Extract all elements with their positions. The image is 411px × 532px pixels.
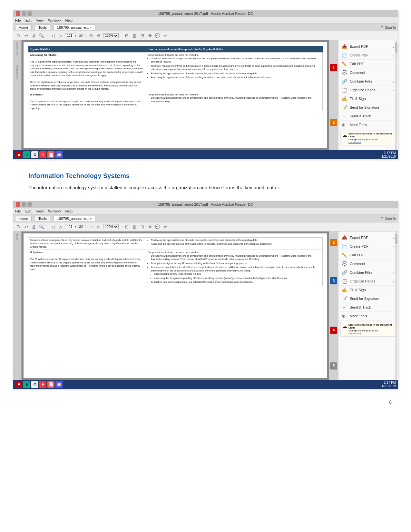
tab-home-2[interactable]: Home [15,216,32,221]
pen-icon-2[interactable]: ✏ [162,223,169,230]
menu-help[interactable]: Help [65,18,73,22]
next-icon-2[interactable]: ▷ [57,223,64,230]
fit-page-icon-2[interactable]: ⊞ [123,223,130,230]
pan-icon[interactable]: ✥ [147,33,153,39]
maximize-btn[interactable]: □ [27,11,32,16]
rp-create-pdf[interactable]: 📄 Create PDF ∨ [338,51,398,60]
rp-comment[interactable]: 💬 Comment [338,68,398,77]
select-icon[interactable]: 💬 [154,33,161,39]
menu-edit-2[interactable]: Edit [25,209,32,213]
rp-send-signature[interactable]: 📝 Send for Signature [338,103,398,112]
tab-tools[interactable]: Tools [35,25,50,30]
pan-icon-2[interactable]: ✥ [147,223,153,230]
rp-more-tools-2[interactable]: ⊕ More Tools [338,312,398,320]
tab-doc-2[interactable]: 188795_annual-re... × [54,216,95,221]
print-icon[interactable]: 🖨 [31,33,37,39]
new-file-icon-2[interactable]: 🗋 [15,223,22,230]
page-input-2[interactable] [65,224,74,229]
zoom-out-icon-2[interactable]: ⊖ [88,223,94,230]
ie-btn-2[interactable]: e [23,381,30,388]
rp-send-track[interactable]: → Send & Track [338,112,398,121]
start-btn[interactable]: ■ [15,151,22,158]
rp-export-pdf-2[interactable]: 📤 Export PDF ∨ [338,233,398,242]
fit-page-icon[interactable]: ⊞ [123,33,130,39]
menu-window-2[interactable]: Window [48,209,61,213]
rp-edit-pdf[interactable]: ✏️ Edit PDF [338,60,398,68]
pdf-btn[interactable]: 📄 [47,151,54,158]
pdf-btn-2[interactable]: 📄 [47,381,54,388]
start-btn-2[interactable]: ■ [15,381,22,388]
rp-organize[interactable]: 📋 Organize Pages ∨ [338,86,398,94]
ie-btn[interactable]: e [23,151,30,158]
rotate-icon[interactable]: ⊟ [139,33,145,39]
maximize-btn-2[interactable]: □ [27,202,32,207]
close-btn[interactable]: × [16,11,20,16]
rp-more-tools[interactable]: ⊕ More Tools [338,121,398,129]
chrome-btn-2[interactable]: ⚙ [31,381,38,388]
menu-view-2[interactable]: View [36,209,44,213]
back-icon-2[interactable]: ↩ [23,223,29,230]
fit-width-icon-2[interactable]: ▥ [131,223,138,230]
select-icon-2[interactable]: 💬 [154,223,161,230]
tab-doc[interactable]: 188795_annual-re... × [54,25,95,30]
menu-file-2[interactable]: File [15,209,21,213]
tab-help-2[interactable]: ? [381,216,383,220]
explorer-btn-2[interactable]: 📁 [55,381,63,388]
menu-edit[interactable]: Edit [25,18,32,22]
rp-fill-sign-2[interactable]: ✍️ Fill & Sign [338,286,398,294]
explorer-btn[interactable]: 📁 [55,151,63,158]
zoom-in-icon-2[interactable]: ⊕ [95,223,102,230]
rp-combine-2[interactable]: 🔗 Combine Files ∨ [338,268,398,277]
acrobat-btn[interactable]: A [39,151,46,158]
prev-icon[interactable]: ◁ [50,33,56,39]
chrome-btn[interactable]: ⚙ [31,151,38,158]
prev-icon-2[interactable]: ◁ [50,223,56,230]
search-icon[interactable]: 🔍 [38,33,45,39]
search-icon-2[interactable]: 🔍 [38,223,45,230]
tab-signin-2[interactable]: Sign In [385,216,396,220]
tab-tools-2[interactable]: Tools [35,216,50,221]
tab-home[interactable]: Home [15,25,32,30]
rp-organize-2[interactable]: 📋 Organize Pages ∨ [338,277,398,286]
rotate-icon-2[interactable]: ⊟ [139,223,145,230]
rp-create-pdf-2[interactable]: 📄 Create PDF ∨ [338,242,398,251]
zoom-in-icon[interactable]: ⊕ [95,33,102,39]
zoom-select-2[interactable]: 120% 100% [103,224,119,229]
rp-edit-pdf-2[interactable]: ✏️ Edit PDF [338,251,398,260]
zoom-select[interactable]: 120% 100% 150% [103,33,119,38]
new-file-icon[interactable]: 🗋 [15,33,22,39]
close-btn-2[interactable]: × [16,202,20,207]
titlebar-controls-2[interactable]: × – □ [16,202,32,207]
titlebar-controls[interactable]: × – □ [16,11,32,16]
zoom-display: 120% 100% 150% [103,33,119,38]
page-input[interactable] [65,33,74,38]
menu-file[interactable]: File [15,18,21,22]
learn-more-link-2[interactable]: Learn More [348,332,361,335]
back-icon[interactable]: ↩ [23,33,29,39]
rp-export-pdf[interactable]: 📤 Export PDF ∨ [338,42,398,51]
next-icon[interactable]: ▷ [57,33,64,39]
rp-comment-2[interactable]: 💬 Comment [338,260,398,268]
scrollbar-thumb[interactable] [395,43,397,53]
learn-more-link[interactable]: Learn More [348,141,361,144]
tab-signin[interactable]: Sign In [385,25,396,29]
rp-fill-sign[interactable]: ✍️ Fill & Sign [338,94,398,103]
menu-help-2[interactable]: Help [65,209,73,213]
print-icon-2[interactable]: 🖨 [31,223,37,230]
scrollbar-track[interactable] [395,40,397,150]
rp-send-track-2[interactable]: → Send & Track [338,303,398,312]
pen-icon[interactable]: ✏ [162,33,169,39]
zoom-out-icon[interactable]: ⊖ [88,33,94,39]
acrobat-btn-2[interactable]: A [39,381,46,388]
rp-combine[interactable]: 🔗 Combine Files ∨ [338,77,398,86]
tab-help[interactable]: ? [381,25,383,29]
scrollbar-thumb-2[interactable] [395,234,397,244]
minimize-btn-2[interactable]: – [22,202,26,207]
menu-view[interactable]: View [36,18,44,22]
menu-window[interactable]: Window [48,18,61,22]
minimize-btn[interactable]: – [22,11,26,16]
rp-send-signature-2[interactable]: 📝 Send for Signature [338,294,398,303]
rp-organize-label: Organize Pages [350,88,390,92]
fit-width-icon[interactable]: ▥ [131,33,138,39]
scrollbar-track-2[interactable] [395,232,397,380]
